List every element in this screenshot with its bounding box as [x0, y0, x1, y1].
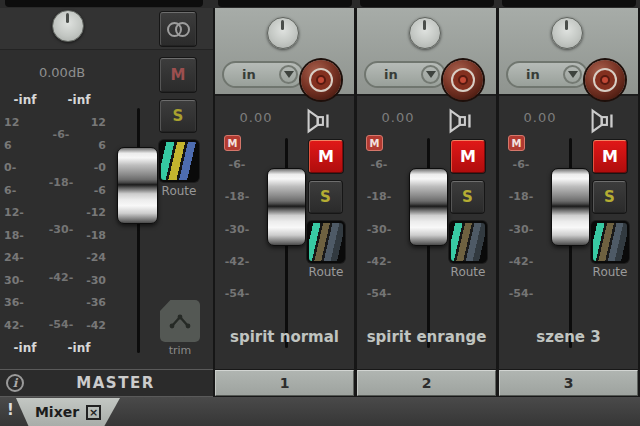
route-label: Route [441, 265, 495, 279]
track-number-cell[interactable]: 1 [215, 370, 354, 396]
track-number-cell[interactable]: 2 [357, 370, 496, 396]
route-button[interactable] [307, 221, 345, 263]
track-gain-value[interactable]: 0.00 [227, 110, 285, 125]
mute-state-badge: M [224, 135, 241, 151]
route-stripes-icon [451, 223, 485, 261]
track-name[interactable]: spirit enrange [357, 328, 496, 346]
track-pan-knob[interactable] [409, 17, 441, 49]
route-stripes-icon [593, 223, 627, 261]
mute-button[interactable]: M [593, 140, 627, 173]
tab-label: Mixer [35, 404, 79, 420]
stereo-circles-icon [175, 22, 190, 37]
tab-close-button[interactable]: × [86, 405, 101, 420]
fader-handle[interactable] [267, 168, 306, 246]
record-dot-icon [316, 75, 326, 85]
track-channel-1: in 0.00 M -6- -18- -30- -42- -54- M S [215, 8, 354, 369]
fader-scale: -6- -18- -30- -42- -54- [499, 158, 543, 300]
solo-button[interactable]: S [309, 181, 342, 213]
speaker-icon[interactable] [588, 108, 618, 134]
fader-handle[interactable] [409, 168, 448, 246]
master-channel: 0.00dB -inf 12 6 0- 6- 12- 18- 24- 30- 3… [0, 8, 213, 369]
info-icon[interactable]: i [6, 374, 24, 392]
track-pan-knob[interactable] [267, 17, 299, 49]
scope-bar-track-2 [360, 0, 494, 7]
chevron-down-icon [279, 65, 298, 84]
fader-handle[interactable] [551, 168, 590, 246]
master-solo-button[interactable]: S [160, 100, 196, 132]
track-gain-value[interactable]: 0.00 [511, 110, 569, 125]
channel-label-row: i MASTER 1 2 3 [0, 369, 640, 397]
track-name[interactable]: szene 3 [499, 328, 638, 346]
track-channel-2: in 0.00 M -6- -18- -30- -42- -54- M S [357, 8, 496, 369]
master-name-label: MASTER [24, 374, 207, 392]
fader-scale: -6- -18- -30- -42- -54- [357, 158, 401, 300]
mute-button[interactable]: M [309, 140, 343, 173]
chevron-down-icon [563, 65, 582, 84]
mute-state-badge: M [508, 135, 525, 151]
input-routing-select[interactable]: in [364, 61, 446, 88]
route-button[interactable] [449, 221, 487, 263]
record-button[interactable] [585, 60, 625, 100]
master-pan-knob[interactable] [52, 10, 84, 42]
master-gain-value[interactable]: 0.00dB [14, 65, 110, 80]
track-channel-3: in 0.00 M -6- -18- -30- -42- -54- M S [499, 8, 638, 369]
mixer-window: 0.00dB -inf 12 6 0- 6- 12- 18- 24- 30- 3… [0, 0, 640, 426]
master-fader-track[interactable] [137, 108, 140, 353]
record-dot-icon [600, 75, 610, 85]
master-mute-button[interactable]: M [160, 58, 196, 92]
master-route-button[interactable] [159, 140, 199, 182]
record-button[interactable] [443, 60, 483, 100]
master-route-label: Route [151, 184, 207, 198]
master-label-cell[interactable]: i MASTER [0, 369, 213, 397]
track-name[interactable]: spirit normal [215, 328, 354, 346]
route-button[interactable] [591, 221, 629, 263]
route-label: Route [583, 265, 637, 279]
alert-indicator: ! [7, 401, 14, 419]
trim-label: trim [158, 344, 202, 357]
speaker-icon[interactable] [304, 108, 334, 134]
bottom-tab-bar: ! Mixer × [0, 397, 640, 426]
scopes-strip [0, 0, 640, 8]
track-number-cell[interactable]: 3 [499, 370, 638, 396]
mute-button[interactable]: M [451, 140, 485, 173]
route-label: Route [299, 265, 353, 279]
route-stripes-icon [161, 142, 197, 180]
peak-trim-icon [169, 313, 191, 329]
solo-button[interactable]: S [451, 181, 484, 213]
stereo-width-button[interactable] [160, 12, 196, 46]
speaker-icon[interactable] [446, 108, 476, 134]
fader-scale: -6- -18- -30- -42- -54- [215, 158, 259, 300]
track-pan-knob[interactable] [551, 17, 583, 49]
input-routing-select[interactable]: in [506, 61, 588, 88]
record-button[interactable] [301, 60, 341, 100]
scope-bar-master [5, 0, 203, 7]
route-stripes-icon [309, 223, 343, 261]
input-routing-select[interactable]: in [222, 61, 304, 88]
record-dot-icon [458, 75, 468, 85]
trim-button[interactable] [160, 300, 200, 342]
chevron-down-icon [421, 65, 440, 84]
tab-mixer[interactable]: Mixer × [16, 398, 120, 426]
track-gain-value[interactable]: 0.00 [369, 110, 427, 125]
scope-bar-track-3 [502, 0, 636, 7]
solo-button[interactable]: S [593, 181, 626, 213]
mute-state-badge: M [366, 135, 383, 151]
scope-bar-track-1 [218, 0, 352, 7]
master-fader-scale: -6- -18- -30- -42- -54- [40, 128, 82, 331]
